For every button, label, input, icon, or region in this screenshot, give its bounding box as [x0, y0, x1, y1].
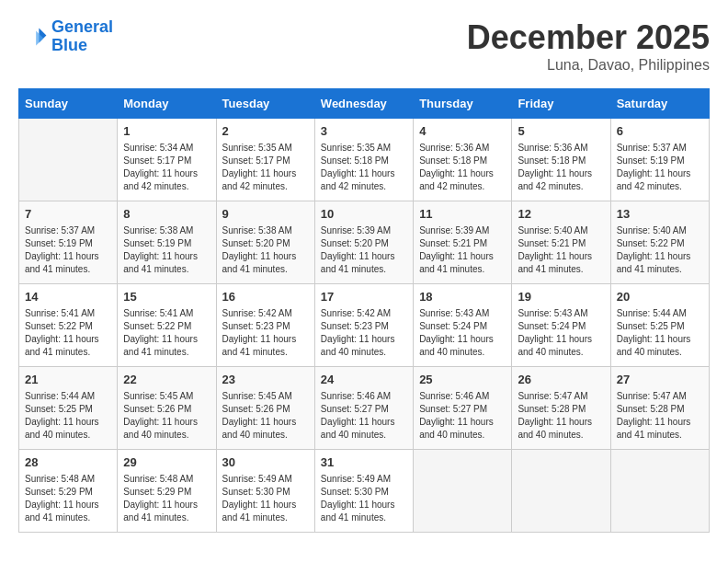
day-number: 22: [123, 373, 210, 386]
day-info: Sunrise: 5:37 AM Sunset: 5:19 PM Dayligh…: [25, 224, 111, 276]
day-number: 12: [518, 207, 604, 221]
day-number: 11: [419, 207, 506, 221]
day-info: Sunrise: 5:40 AM Sunset: 5:22 PM Dayligh…: [617, 224, 703, 276]
weekday-header-thursday: Thursday: [414, 89, 512, 119]
day-number: 19: [518, 290, 604, 304]
weekday-header-row: SundayMondayTuesdayWednesdayThursdayFrid…: [19, 89, 710, 119]
day-number: 23: [222, 373, 309, 386]
calendar-cell: 7Sunrise: 5:37 AM Sunset: 5:19 PM Daylig…: [19, 201, 118, 284]
day-number: 3: [321, 124, 407, 138]
day-info: Sunrise: 5:41 AM Sunset: 5:22 PM Dayligh…: [25, 307, 111, 359]
calendar-table: SundayMondayTuesdayWednesdayThursdayFrid…: [18, 88, 710, 533]
calendar-cell: 2Sunrise: 5:35 AM Sunset: 5:17 PM Daylig…: [216, 119, 314, 201]
logo: General Blue: [18, 18, 113, 55]
day-number: 24: [321, 373, 407, 386]
day-number: 10: [321, 207, 407, 221]
day-number: 26: [518, 373, 604, 386]
day-number: 21: [25, 373, 111, 386]
day-number: 15: [123, 290, 210, 304]
calendar-cell: 18Sunrise: 5:43 AM Sunset: 5:24 PM Dayli…: [414, 284, 512, 367]
calendar-cell: 25Sunrise: 5:46 AM Sunset: 5:27 PM Dayli…: [414, 367, 512, 450]
day-info: Sunrise: 5:47 AM Sunset: 5:28 PM Dayligh…: [617, 390, 703, 442]
calendar-cell: [19, 119, 118, 201]
day-number: 20: [617, 290, 703, 304]
day-info: Sunrise: 5:48 AM Sunset: 5:29 PM Dayligh…: [123, 473, 210, 524]
calendar-cell: 24Sunrise: 5:46 AM Sunset: 5:27 PM Dayli…: [314, 367, 413, 450]
calendar-week-row: 7Sunrise: 5:37 AM Sunset: 5:19 PM Daylig…: [19, 201, 710, 284]
day-info: Sunrise: 5:49 AM Sunset: 5:30 PM Dayligh…: [321, 473, 407, 524]
day-info: Sunrise: 5:44 AM Sunset: 5:25 PM Dayligh…: [617, 307, 703, 359]
day-info: Sunrise: 5:36 AM Sunset: 5:18 PM Dayligh…: [518, 142, 604, 193]
day-number: 31: [321, 455, 407, 469]
day-info: Sunrise: 5:48 AM Sunset: 5:29 PM Dayligh…: [25, 473, 111, 524]
day-number: 30: [222, 455, 309, 469]
day-info: Sunrise: 5:49 AM Sunset: 5:30 PM Dayligh…: [222, 473, 309, 524]
calendar-cell: 9Sunrise: 5:38 AM Sunset: 5:20 PM Daylig…: [216, 201, 314, 284]
day-number: 1: [123, 124, 210, 138]
calendar-cell: 20Sunrise: 5:44 AM Sunset: 5:25 PM Dayli…: [610, 284, 709, 367]
day-info: Sunrise: 5:40 AM Sunset: 5:21 PM Dayligh…: [518, 224, 604, 276]
day-info: Sunrise: 5:34 AM Sunset: 5:17 PM Dayligh…: [123, 142, 210, 193]
calendar-cell: 8Sunrise: 5:38 AM Sunset: 5:19 PM Daylig…: [118, 201, 216, 284]
calendar-cell: 11Sunrise: 5:39 AM Sunset: 5:21 PM Dayli…: [414, 201, 512, 284]
day-number: 5: [518, 124, 604, 138]
calendar-cell: 19Sunrise: 5:43 AM Sunset: 5:24 PM Dayli…: [512, 284, 610, 367]
calendar-cell: 17Sunrise: 5:42 AM Sunset: 5:23 PM Dayli…: [314, 284, 413, 367]
day-info: Sunrise: 5:43 AM Sunset: 5:24 PM Dayligh…: [419, 307, 506, 359]
calendar-cell: 1Sunrise: 5:34 AM Sunset: 5:17 PM Daylig…: [118, 119, 216, 201]
day-info: Sunrise: 5:42 AM Sunset: 5:23 PM Dayligh…: [222, 307, 309, 359]
calendar-week-row: 1Sunrise: 5:34 AM Sunset: 5:17 PM Daylig…: [19, 119, 710, 201]
calendar-cell: 28Sunrise: 5:48 AM Sunset: 5:29 PM Dayli…: [19, 450, 118, 533]
calendar-cell: 3Sunrise: 5:35 AM Sunset: 5:18 PM Daylig…: [314, 119, 413, 201]
calendar-cell: 22Sunrise: 5:45 AM Sunset: 5:26 PM Dayli…: [118, 367, 216, 450]
weekday-header-wednesday: Wednesday: [314, 89, 413, 119]
day-info: Sunrise: 5:38 AM Sunset: 5:20 PM Dayligh…: [222, 224, 309, 276]
weekday-header-saturday: Saturday: [610, 89, 709, 119]
day-number: 14: [25, 290, 111, 304]
day-number: 2: [222, 124, 309, 138]
day-number: 9: [222, 207, 309, 221]
day-info: Sunrise: 5:36 AM Sunset: 5:18 PM Dayligh…: [419, 142, 506, 193]
day-number: 18: [419, 290, 506, 304]
day-info: Sunrise: 5:42 AM Sunset: 5:23 PM Dayligh…: [321, 307, 407, 359]
weekday-header-sunday: Sunday: [19, 89, 118, 119]
calendar-cell: 31Sunrise: 5:49 AM Sunset: 5:30 PM Dayli…: [314, 450, 413, 533]
day-number: 8: [123, 207, 210, 221]
day-info: Sunrise: 5:46 AM Sunset: 5:27 PM Dayligh…: [419, 390, 506, 442]
day-info: Sunrise: 5:43 AM Sunset: 5:24 PM Dayligh…: [518, 307, 604, 359]
calendar-week-row: 14Sunrise: 5:41 AM Sunset: 5:22 PM Dayli…: [19, 284, 710, 367]
calendar-cell: 6Sunrise: 5:37 AM Sunset: 5:19 PM Daylig…: [610, 119, 709, 201]
day-info: Sunrise: 5:35 AM Sunset: 5:17 PM Dayligh…: [222, 142, 309, 193]
calendar-cell: 13Sunrise: 5:40 AM Sunset: 5:22 PM Dayli…: [610, 201, 709, 284]
calendar-week-row: 21Sunrise: 5:44 AM Sunset: 5:25 PM Dayli…: [19, 367, 710, 450]
weekday-header-friday: Friday: [512, 89, 610, 119]
calendar-cell: 4Sunrise: 5:36 AM Sunset: 5:18 PM Daylig…: [414, 119, 512, 201]
logo-line2: Blue: [51, 36, 87, 54]
day-number: 27: [617, 373, 703, 386]
day-number: 29: [123, 455, 210, 469]
calendar-cell: 10Sunrise: 5:39 AM Sunset: 5:20 PM Dayli…: [314, 201, 413, 284]
title-area: December 2025 Luna, Davao, Philippines: [467, 18, 710, 74]
day-info: Sunrise: 5:47 AM Sunset: 5:28 PM Dayligh…: [518, 390, 604, 442]
calendar-cell: [414, 450, 512, 533]
calendar-cell: 16Sunrise: 5:42 AM Sunset: 5:23 PM Dayli…: [216, 284, 314, 367]
calendar-cell: 21Sunrise: 5:44 AM Sunset: 5:25 PM Dayli…: [19, 367, 118, 450]
day-number: 17: [321, 290, 407, 304]
calendar-cell: 26Sunrise: 5:47 AM Sunset: 5:28 PM Dayli…: [512, 367, 610, 450]
calendar-cell: 5Sunrise: 5:36 AM Sunset: 5:18 PM Daylig…: [512, 119, 610, 201]
calendar-cell: 29Sunrise: 5:48 AM Sunset: 5:29 PM Dayli…: [118, 450, 216, 533]
calendar-cell: [512, 450, 610, 533]
calendar-cell: 27Sunrise: 5:47 AM Sunset: 5:28 PM Dayli…: [610, 367, 709, 450]
day-number: 7: [25, 207, 111, 221]
weekday-header-monday: Monday: [118, 89, 216, 119]
day-number: 6: [617, 124, 703, 138]
calendar-week-row: 28Sunrise: 5:48 AM Sunset: 5:29 PM Dayli…: [19, 450, 710, 533]
logo-text: General Blue: [51, 18, 113, 55]
calendar-cell: 12Sunrise: 5:40 AM Sunset: 5:21 PM Dayli…: [512, 201, 610, 284]
calendar-cell: [610, 450, 709, 533]
weekday-header-tuesday: Tuesday: [216, 89, 314, 119]
day-info: Sunrise: 5:35 AM Sunset: 5:18 PM Dayligh…: [321, 142, 407, 193]
day-info: Sunrise: 5:39 AM Sunset: 5:20 PM Dayligh…: [321, 224, 407, 276]
day-number: 25: [419, 373, 506, 386]
day-info: Sunrise: 5:41 AM Sunset: 5:22 PM Dayligh…: [123, 307, 210, 359]
